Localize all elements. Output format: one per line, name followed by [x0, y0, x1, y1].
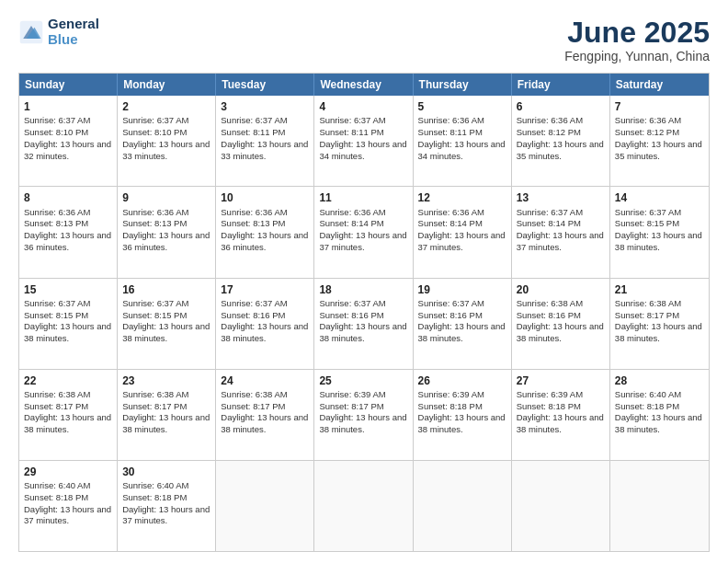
day-number: 6 [517, 99, 605, 114]
calendar-cell: 17Sunrise: 6:37 AMSunset: 8:16 PMDayligh… [216, 279, 314, 369]
day-number: 8 [24, 190, 112, 205]
calendar-cell: 4Sunrise: 6:37 AMSunset: 8:11 PMDaylight… [314, 96, 413, 186]
calendar-cell: 14Sunrise: 6:37 AMSunset: 8:15 PMDayligh… [610, 187, 709, 277]
cell-info: Sunrise: 6:37 AMSunset: 8:16 PMDaylight:… [418, 298, 506, 345]
day-number: 12 [418, 190, 506, 205]
calendar-cell: 12Sunrise: 6:36 AMSunset: 8:14 PMDayligh… [414, 187, 512, 277]
day-number: 17 [221, 282, 309, 297]
header-saturday: Saturday [610, 74, 709, 96]
cell-info: Sunrise: 6:39 AMSunset: 8:18 PMDaylight:… [418, 389, 506, 436]
calendar-cell: 23Sunrise: 6:38 AMSunset: 8:17 PMDayligh… [118, 370, 216, 460]
cell-info: Sunrise: 6:37 AMSunset: 8:14 PMDaylight:… [517, 207, 605, 254]
calendar-cell: 27Sunrise: 6:39 AMSunset: 8:18 PMDayligh… [512, 370, 610, 460]
calendar-cell: 3Sunrise: 6:37 AMSunset: 8:11 PMDaylight… [216, 96, 314, 186]
cell-info: Sunrise: 6:36 AMSunset: 8:11 PMDaylight:… [418, 115, 506, 162]
day-number: 30 [122, 465, 210, 479]
calendar-cell: 18Sunrise: 6:37 AMSunset: 8:16 PMDayligh… [314, 279, 413, 369]
cell-info: Sunrise: 6:36 AMSunset: 8:13 PMDaylight:… [221, 207, 309, 254]
header-monday: Monday [118, 74, 216, 96]
cell-info: Sunrise: 6:38 AMSunset: 8:17 PMDaylight:… [122, 389, 210, 436]
calendar-body: 1Sunrise: 6:37 AMSunset: 8:10 PMDaylight… [19, 96, 709, 551]
month-title: June 2025 [564, 17, 710, 49]
cell-info: Sunrise: 6:37 AMSunset: 8:16 PMDaylight:… [319, 298, 407, 345]
calendar-cell: 21Sunrise: 6:38 AMSunset: 8:17 PMDayligh… [610, 279, 709, 369]
day-number: 7 [615, 99, 704, 114]
cell-info: Sunrise: 6:37 AMSunset: 8:10 PMDaylight:… [24, 115, 112, 162]
calendar-cell: 29Sunrise: 6:40 AMSunset: 8:18 PMDayligh… [19, 461, 118, 551]
calendar-cell [512, 461, 610, 551]
cell-info: Sunrise: 6:36 AMSunset: 8:14 PMDaylight:… [418, 207, 506, 254]
day-number: 29 [24, 465, 112, 479]
cell-info: Sunrise: 6:38 AMSunset: 8:17 PMDaylight:… [24, 389, 112, 436]
cell-info: Sunrise: 6:37 AMSunset: 8:15 PMDaylight:… [615, 207, 704, 254]
calendar-cell: 26Sunrise: 6:39 AMSunset: 8:18 PMDayligh… [414, 370, 512, 460]
cell-info: Sunrise: 6:37 AMSunset: 8:11 PMDaylight:… [319, 115, 407, 162]
calendar-cell: 5Sunrise: 6:36 AMSunset: 8:11 PMDaylight… [414, 96, 512, 186]
calendar-cell: 7Sunrise: 6:36 AMSunset: 8:12 PMDaylight… [610, 96, 709, 186]
cell-info: Sunrise: 6:37 AMSunset: 8:15 PMDaylight:… [24, 298, 112, 345]
calendar-row-5: 29Sunrise: 6:40 AMSunset: 8:18 PMDayligh… [19, 460, 709, 551]
day-number: 11 [319, 190, 407, 205]
day-number: 9 [122, 190, 210, 205]
calendar-cell: 10Sunrise: 6:36 AMSunset: 8:13 PMDayligh… [216, 187, 314, 277]
calendar-cell: 19Sunrise: 6:37 AMSunset: 8:16 PMDayligh… [414, 279, 512, 369]
cell-info: Sunrise: 6:36 AMSunset: 8:13 PMDaylight:… [122, 207, 210, 254]
cell-info: Sunrise: 6:38 AMSunset: 8:16 PMDaylight:… [517, 298, 605, 345]
day-number: 4 [319, 99, 407, 114]
day-number: 19 [418, 282, 506, 297]
day-number: 16 [122, 282, 210, 297]
cell-info: Sunrise: 6:39 AMSunset: 8:17 PMDaylight:… [319, 389, 407, 436]
day-number: 28 [615, 373, 704, 388]
day-number: 27 [517, 373, 605, 388]
calendar-row-3: 15Sunrise: 6:37 AMSunset: 8:15 PMDayligh… [19, 278, 709, 369]
calendar-row-1: 1Sunrise: 6:37 AMSunset: 8:10 PMDaylight… [19, 96, 709, 186]
day-number: 13 [517, 190, 605, 205]
day-number: 24 [221, 373, 309, 388]
logo-icon [18, 19, 44, 45]
day-number: 21 [615, 282, 704, 297]
calendar-cell: 24Sunrise: 6:38 AMSunset: 8:17 PMDayligh… [216, 370, 314, 460]
day-number: 18 [319, 282, 407, 297]
day-number: 3 [221, 99, 309, 114]
cell-info: Sunrise: 6:36 AMSunset: 8:12 PMDaylight:… [615, 115, 704, 162]
cell-info: Sunrise: 6:38 AMSunset: 8:17 PMDaylight:… [221, 389, 309, 436]
cell-info: Sunrise: 6:36 AMSunset: 8:12 PMDaylight:… [517, 115, 605, 162]
calendar-cell: 8Sunrise: 6:36 AMSunset: 8:13 PMDaylight… [19, 187, 118, 277]
calendar-cell: 11Sunrise: 6:36 AMSunset: 8:14 PMDayligh… [314, 187, 413, 277]
header-wednesday: Wednesday [314, 74, 413, 96]
cell-info: Sunrise: 6:36 AMSunset: 8:13 PMDaylight:… [24, 207, 112, 254]
cell-info: Sunrise: 6:40 AMSunset: 8:18 PMDaylight:… [24, 480, 112, 527]
cell-info: Sunrise: 6:37 AMSunset: 8:10 PMDaylight:… [122, 115, 210, 162]
calendar: Sunday Monday Tuesday Wednesday Thursday… [18, 73, 710, 552]
day-number: 15 [24, 282, 112, 297]
header: General Blue June 2025 Fengping, Yunnan,… [18, 17, 710, 63]
day-number: 25 [319, 373, 407, 388]
logo-text: General Blue [48, 17, 99, 47]
cell-info: Sunrise: 6:38 AMSunset: 8:17 PMDaylight:… [615, 298, 704, 345]
day-number: 22 [24, 373, 112, 388]
page: General Blue June 2025 Fengping, Yunnan,… [0, 0, 728, 563]
calendar-header: Sunday Monday Tuesday Wednesday Thursday… [19, 74, 709, 96]
calendar-row-4: 22Sunrise: 6:38 AMSunset: 8:17 PMDayligh… [19, 369, 709, 460]
day-number: 10 [221, 190, 309, 205]
cell-info: Sunrise: 6:40 AMSunset: 8:18 PMDaylight:… [615, 389, 704, 436]
calendar-cell: 13Sunrise: 6:37 AMSunset: 8:14 PMDayligh… [512, 187, 610, 277]
day-number: 2 [122, 99, 210, 114]
calendar-cell [216, 461, 314, 551]
day-number: 5 [418, 99, 506, 114]
calendar-cell: 25Sunrise: 6:39 AMSunset: 8:17 PMDayligh… [314, 370, 413, 460]
calendar-cell: 30Sunrise: 6:40 AMSunset: 8:18 PMDayligh… [118, 461, 216, 551]
calendar-row-2: 8Sunrise: 6:36 AMSunset: 8:13 PMDaylight… [19, 186, 709, 277]
calendar-cell: 16Sunrise: 6:37 AMSunset: 8:15 PMDayligh… [118, 279, 216, 369]
header-sunday: Sunday [19, 74, 118, 96]
calendar-cell [610, 461, 709, 551]
cell-info: Sunrise: 6:37 AMSunset: 8:11 PMDaylight:… [221, 115, 309, 162]
cell-info: Sunrise: 6:39 AMSunset: 8:18 PMDaylight:… [517, 389, 605, 436]
title-block: June 2025 Fengping, Yunnan, China [564, 17, 710, 63]
calendar-cell: 2Sunrise: 6:37 AMSunset: 8:10 PMDaylight… [118, 96, 216, 186]
cell-info: Sunrise: 6:40 AMSunset: 8:18 PMDaylight:… [122, 480, 210, 527]
day-number: 20 [517, 282, 605, 297]
calendar-cell: 6Sunrise: 6:36 AMSunset: 8:12 PMDaylight… [512, 96, 610, 186]
calendar-cell: 9Sunrise: 6:36 AMSunset: 8:13 PMDaylight… [118, 187, 216, 277]
day-number: 26 [418, 373, 506, 388]
